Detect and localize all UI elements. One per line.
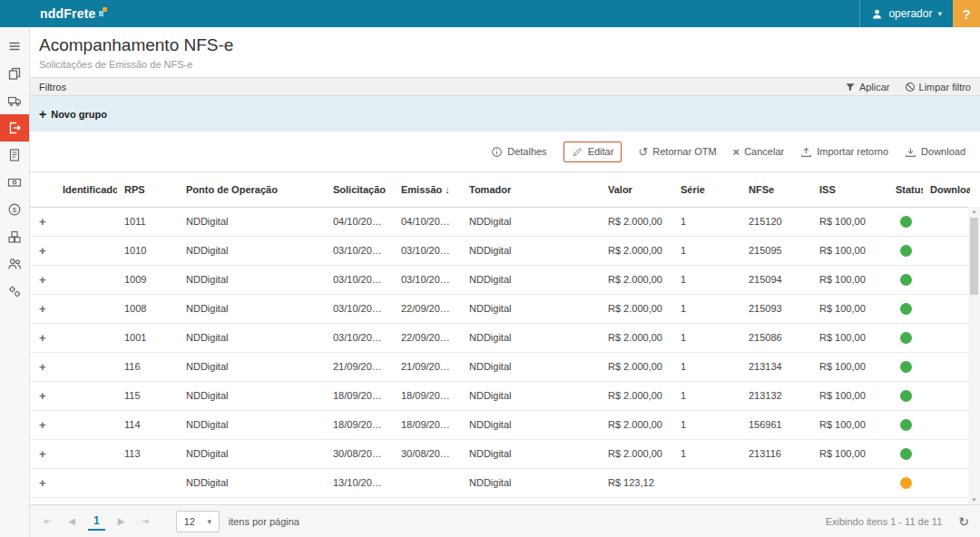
return-otm-button[interactable]: ↺ Retornar OTM <box>638 146 716 158</box>
expand-row-icon[interactable]: + <box>39 476 46 490</box>
table-row[interactable]: + 113 NDDigital 30/08/2017 14:... 30/08/… <box>30 439 970 468</box>
sidebar-item-billing[interactable] <box>0 169 29 196</box>
cell-valor: R$ 2.000,00 <box>601 323 673 352</box>
sidebar-item-finance[interactable]: $ <box>0 196 29 223</box>
column-header-download[interactable]: Download <box>923 172 970 207</box>
cell-valor: R$ 2.000,00 <box>601 207 673 236</box>
cancel-button[interactable]: × Cancelar <box>733 146 785 158</box>
cell-solicitacao: 13/10/2017 08:... <box>326 468 394 497</box>
table-row[interactable]: + 1008 NDDigital 03/10/2017 13:... 22/09… <box>30 294 970 323</box>
table-row[interactable]: + 114 NDDigital 18/09/2017 09:... 18/09/… <box>30 410 970 439</box>
gears-icon <box>7 284 22 298</box>
expand-row-icon[interactable]: + <box>39 331 46 345</box>
scrollbar-thumb[interactable] <box>970 218 978 295</box>
sidebar-item-copies[interactable] <box>0 60 29 87</box>
status-dot <box>900 419 912 431</box>
sidebar-item-freight[interactable] <box>0 87 29 114</box>
cell-solicitacao: 03/10/2017 13:... <box>326 265 394 294</box>
scroll-up-icon[interactable]: ▲ <box>972 207 977 216</box>
cell-identificador <box>55 207 117 236</box>
cell-serie: 1 <box>673 294 741 323</box>
cell-nfse: 213132 <box>741 381 812 410</box>
page-size-select[interactable]: 12 ▾ <box>176 511 220 532</box>
current-page[interactable]: 1 <box>88 512 105 531</box>
sidebar-toggle[interactable] <box>0 33 29 60</box>
cell-ponto-operacao: NDDigital <box>179 265 326 294</box>
cell-tomador: NDDigital <box>462 294 601 323</box>
first-page-button[interactable]: ⇤ <box>41 516 55 526</box>
cell-emissao: 18/09/2017 10:... <box>394 381 462 410</box>
expand-row-icon[interactable]: + <box>39 418 46 432</box>
table-row[interactable]: + 1011 NDDigital 04/10/2017 17:... 04/10… <box>30 207 970 236</box>
clear-filter-button[interactable]: Limpar filtro <box>905 82 971 93</box>
expand-row-icon[interactable]: + <box>39 360 46 374</box>
user-menu[interactable]: operador ▾ <box>859 0 953 27</box>
refresh-icon[interactable]: ↻ <box>958 515 969 528</box>
column-header-valor[interactable]: Valor <box>601 172 673 207</box>
column-label: Status <box>896 184 923 195</box>
last-page-button[interactable]: ⇥ <box>138 516 152 526</box>
expand-row-icon[interactable]: + <box>39 273 46 287</box>
import-return-button[interactable]: Importar retorno <box>800 146 888 158</box>
prev-page-button[interactable]: ◀ <box>64 516 79 526</box>
cell-status <box>888 265 923 294</box>
cell-rps: 114 <box>117 410 179 439</box>
expand-row-icon[interactable]: + <box>39 389 46 403</box>
expand-row-icon[interactable]: + <box>39 244 46 258</box>
table-row[interactable]: + NDDigital 13/10/2017 08:... NDDigital … <box>30 468 970 497</box>
column-header-rps[interactable]: RPS <box>117 172 179 207</box>
sidebar-item-documents[interactable] <box>0 142 29 169</box>
details-button[interactable]: Detalhes <box>491 146 546 158</box>
sidebar-item-settings[interactable] <box>0 278 29 305</box>
table-row[interactable]: + 1009 NDDigital 03/10/2017 13:... 03/10… <box>30 265 970 294</box>
new-group-button[interactable]: + Novo grupo <box>39 108 107 121</box>
next-page-button[interactable]: ▶ <box>114 516 129 526</box>
column-header-nfse[interactable]: NFSe <box>741 172 812 207</box>
apply-filter-button[interactable]: Aplicar <box>845 82 890 93</box>
table-row[interactable]: + 115 NDDigital 18/09/2017 10:... 18/09/… <box>30 381 970 410</box>
status-dot <box>900 216 912 228</box>
column-header-ponto-operacao[interactable]: Ponto de Operação <box>179 172 326 207</box>
table-row[interactable]: + 1001 NDDigital 03/10/2017 13:... 22/09… <box>30 323 970 352</box>
cell-ponto-operacao: NDDigital <box>179 236 326 265</box>
column-header-expand[interactable] <box>30 172 55 207</box>
edit-button[interactable]: Editar <box>564 142 622 162</box>
column-header-emissao[interactable]: Emissão ↓ <box>394 172 462 207</box>
download-button[interactable]: Download <box>905 146 965 158</box>
close-icon: × <box>733 146 740 158</box>
column-header-serie[interactable]: Série <box>673 172 741 207</box>
scroll-down-icon[interactable]: ▼ <box>972 495 977 504</box>
topbar: nddFrete operador ▾ ? <box>0 0 980 27</box>
grid-toolbar: Detalhes Editar ↺ Retornar OTM × Cancela… <box>30 132 980 171</box>
column-header-identificador[interactable]: Identificador <box>55 172 117 207</box>
upload-icon <box>800 146 812 158</box>
cell-ponto-operacao: NDDigital <box>179 439 326 468</box>
vertical-scrollbar[interactable]: ▲ ▼ <box>968 207 980 504</box>
sidebar-item-users[interactable] <box>0 250 29 278</box>
cell-status <box>888 294 923 323</box>
expand-cell: + <box>30 323 55 352</box>
help-button[interactable]: ? <box>953 0 980 27</box>
table-row[interactable]: + 1010 NDDigital 03/10/2017 13:... 03/10… <box>30 236 970 265</box>
cell-status <box>888 352 923 381</box>
cell-identificador <box>55 323 117 352</box>
nfse-table: IdentificadorRPSPonto de OperaçãoSolicit… <box>30 172 970 498</box>
sidebar-item-packages[interactable] <box>0 223 29 250</box>
cell-serie: 1 <box>673 323 741 352</box>
cell-nfse: 215120 <box>741 207 812 236</box>
column-header-tomador[interactable]: Tomador <box>462 172 601 207</box>
table-row[interactable]: + 116 NDDigital 21/09/2017 16:... 21/09/… <box>30 352 970 381</box>
pagination-bar: ⇤ ◀ 1 ▶ ⇥ 12 ▾ itens por página Exibindo… <box>30 504 980 537</box>
cell-tomador: NDDigital <box>462 207 601 236</box>
sidebar-item-nfse-active[interactable] <box>0 114 29 142</box>
filters-panel-header[interactable]: Filtros Aplicar Limpar filtro <box>30 77 980 96</box>
column-header-iss[interactable]: ISS <box>812 172 888 207</box>
expand-row-icon[interactable]: + <box>39 447 46 461</box>
cell-ponto-operacao: NDDigital <box>179 381 326 410</box>
cell-download <box>923 468 970 497</box>
expand-row-icon[interactable]: + <box>39 215 46 229</box>
column-header-status[interactable]: Status <box>888 172 923 207</box>
cell-ponto-operacao: NDDigital <box>179 352 326 381</box>
expand-row-icon[interactable]: + <box>39 302 46 316</box>
column-header-solicitacao[interactable]: Solicitação <box>326 172 394 207</box>
